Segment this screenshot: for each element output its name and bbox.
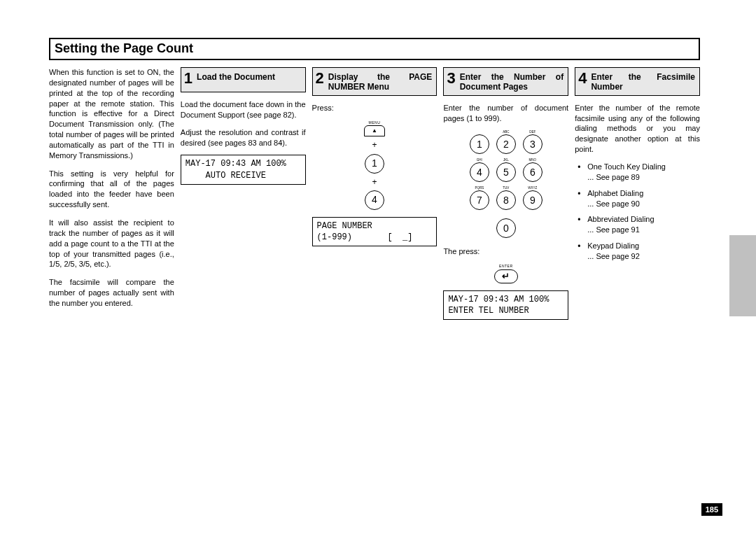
keypad-key-4[interactable]: 4 bbox=[470, 162, 489, 182]
step-text: Enter the number of the remote facsimile… bbox=[575, 103, 700, 155]
step-title: Display the PAGE NUMBER Menu bbox=[328, 71, 433, 92]
step-number: 3 bbox=[447, 71, 455, 86]
then-press-label: The press: bbox=[443, 246, 568, 257]
key-sequence: MENU ▲ + 1 + 4 bbox=[312, 120, 438, 210]
keypad-key-1[interactable]: 1 bbox=[365, 154, 384, 174]
intro-paragraph: This setting is very helpful for confirm… bbox=[49, 169, 174, 210]
step-number: 4 bbox=[578, 71, 587, 86]
keypad-key-7[interactable]: 7 bbox=[470, 190, 489, 210]
step-number: 1 bbox=[184, 71, 192, 86]
list-item: Keypad Dialing... See page 92 bbox=[587, 241, 700, 262]
step-1-header: 1 Load the Document bbox=[181, 67, 306, 92]
plus-icon: + bbox=[372, 139, 377, 150]
list-item: One Touch Key Dialing... See page 89 bbox=[587, 162, 700, 183]
step-title: Enter the Number of Document Pages bbox=[460, 71, 564, 92]
numeric-keypad: 1 ABC2 DEF3 GHI4 JKL5 MNO6 PQRS7 TUV8 WX… bbox=[443, 130, 568, 238]
step-3-column: 3 Enter the Number of Document Pages Ent… bbox=[443, 67, 568, 327]
keypad-key-8[interactable]: 8 bbox=[496, 190, 516, 210]
lcd-display: PAGE NUMBER (1-999) [ _] bbox=[312, 217, 438, 246]
plus-icon: + bbox=[372, 176, 377, 188]
keypad-key-4[interactable]: 4 bbox=[365, 190, 384, 210]
step-text: Enter the number of document pages (1 to… bbox=[443, 103, 568, 124]
intro-column: When this function is set to ON, the des… bbox=[49, 67, 174, 327]
step-title: Load the Document bbox=[197, 71, 275, 82]
lcd-display: MAY-17 09:43 AM 100% ENTER TEL NUMBER bbox=[443, 290, 568, 320]
enter-button[interactable]: ↵ bbox=[494, 269, 518, 283]
section-tab bbox=[729, 235, 756, 316]
step-number: 2 bbox=[316, 71, 324, 86]
manual-page: 185 Setting the Page Count When this fun… bbox=[0, 0, 756, 534]
keypad-key-9[interactable]: 9 bbox=[523, 190, 542, 210]
intro-paragraph: The facsimile will compare the number of… bbox=[49, 277, 174, 309]
step-2-column: 2 Display the PAGE NUMBER Menu Press: ME… bbox=[312, 67, 438, 327]
step-title: Enter the Facsimile Number bbox=[591, 71, 695, 92]
enter-button-stack: ENTER ↵ bbox=[443, 264, 568, 283]
step-2-header: 2 Display the PAGE NUMBER Menu bbox=[312, 67, 438, 96]
enter-icon: ↵ bbox=[502, 270, 510, 283]
keypad-key-3[interactable]: 3 bbox=[523, 134, 542, 154]
intro-paragraph: When this function is set to ON, the des… bbox=[49, 67, 174, 161]
menu-label: MENU bbox=[369, 120, 381, 125]
keypad-key-5[interactable]: 5 bbox=[496, 162, 516, 182]
keypad-key-0[interactable]: 0 bbox=[496, 218, 516, 238]
press-label: Press: bbox=[312, 103, 438, 113]
enter-label: ENTER bbox=[499, 264, 512, 269]
dialing-methods-list: One Touch Key Dialing... See page 89 Alp… bbox=[575, 162, 700, 262]
lcd-display: MAY-17 09:43 AM 100% AUTO RECEIVE bbox=[181, 155, 306, 184]
page-title-bar: Setting the Page Count bbox=[49, 38, 700, 60]
page-number: 185 bbox=[701, 503, 722, 516]
keypad-key-1[interactable]: 1 bbox=[470, 134, 489, 154]
step-1-column: 1 Load the Document Load the document fa… bbox=[181, 67, 306, 327]
step-4-header: 4 Enter the Facsimile Number bbox=[575, 67, 700, 96]
step-3-header: 3 Enter the Number of Document Pages bbox=[443, 67, 568, 96]
step-text: Load the document face down in the Docum… bbox=[181, 99, 306, 120]
menu-up-icon: ▲ bbox=[364, 125, 385, 136]
step-4-column: 4 Enter the Facsimile Number Enter the n… bbox=[575, 67, 700, 327]
step-text: Adjust the resolution and contrast if de… bbox=[181, 127, 306, 148]
content-columns: When this function is set to ON, the des… bbox=[49, 67, 700, 327]
intro-paragraph: It will also assist the recipient to tra… bbox=[49, 218, 174, 269]
page-title: Setting the Page Count bbox=[55, 41, 694, 56]
keypad-key-6[interactable]: 6 bbox=[523, 162, 542, 182]
menu-button[interactable]: MENU ▲ bbox=[363, 120, 386, 137]
keypad-key-2[interactable]: 2 bbox=[496, 134, 516, 154]
list-item: Alphabet Dialing... See page 90 bbox=[587, 188, 700, 209]
list-item: Abbreviated Dialing... See page 91 bbox=[587, 214, 700, 235]
